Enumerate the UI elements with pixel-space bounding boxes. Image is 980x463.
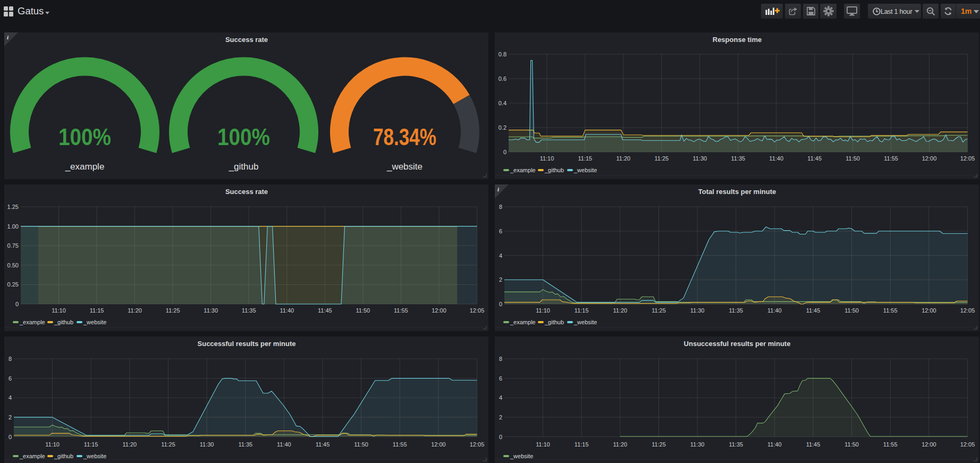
svg-text:11:55: 11:55	[883, 441, 898, 448]
svg-text:100%: 100%	[58, 124, 111, 150]
svg-text:6: 6	[9, 375, 12, 382]
svg-text:78.34%: 78.34%	[373, 124, 436, 150]
svg-text:11:50: 11:50	[844, 307, 859, 314]
svg-text:4: 4	[9, 394, 12, 401]
svg-text:12:05: 12:05	[960, 441, 975, 448]
svg-text:11:40: 11:40	[277, 441, 291, 448]
svg-text:0: 0	[15, 301, 19, 307]
svg-text:11:15: 11:15	[90, 307, 104, 314]
svg-text:Total results per minute: Total results per minute	[698, 188, 776, 196]
svg-text:Successful results per minute: Successful results per minute	[198, 340, 296, 348]
svg-text:0: 0	[503, 149, 506, 155]
svg-text:12:05: 12:05	[960, 155, 975, 162]
svg-text:11:50: 11:50	[356, 307, 370, 314]
svg-text:2: 2	[499, 276, 502, 283]
svg-text:11:40: 11:40	[280, 307, 294, 314]
svg-text:11:15: 11:15	[575, 307, 589, 314]
svg-text:11:35: 11:35	[729, 307, 743, 314]
svg-text:_github: _github	[544, 319, 564, 325]
svg-text:4: 4	[499, 252, 502, 259]
svg-text:_github: _github	[229, 162, 259, 172]
svg-text:11:40: 11:40	[767, 441, 782, 448]
svg-text:1.25: 1.25	[7, 204, 19, 210]
svg-text:11:10: 11:10	[52, 307, 66, 314]
svg-text:11:50: 11:50	[846, 155, 860, 162]
svg-text:_github: _github	[54, 319, 73, 325]
svg-text:_website: _website	[83, 319, 106, 325]
svg-text:6: 6	[499, 228, 502, 234]
svg-text:11:15: 11:15	[575, 441, 589, 448]
svg-text:11:35: 11:35	[731, 155, 745, 162]
svg-text:11:45: 11:45	[318, 307, 332, 314]
svg-text:_website: _website	[83, 453, 106, 459]
svg-text:8: 8	[499, 356, 502, 362]
svg-text:12:05: 12:05	[470, 441, 485, 448]
svg-text:1.00: 1.00	[7, 223, 19, 230]
svg-text:0.25: 0.25	[7, 281, 19, 288]
svg-text:6: 6	[499, 375, 502, 382]
svg-text:12:00: 12:00	[922, 307, 936, 314]
svg-text:11:25: 11:25	[161, 441, 175, 448]
svg-text:11:15: 11:15	[84, 441, 98, 448]
svg-text:11:20: 11:20	[613, 441, 628, 448]
svg-text:_example: _example	[19, 453, 45, 459]
svg-text:11:10: 11:10	[45, 441, 60, 448]
svg-text:_website: _website	[386, 162, 423, 172]
svg-text:4: 4	[499, 394, 502, 401]
svg-text:2: 2	[9, 414, 12, 420]
svg-text:Response time: Response time	[713, 36, 762, 44]
svg-text:11:30: 11:30	[690, 441, 705, 448]
svg-text:12:00: 12:00	[431, 441, 446, 448]
svg-text:11:10: 11:10	[540, 155, 554, 162]
svg-text:12:05: 12:05	[470, 307, 485, 314]
svg-text:11:55: 11:55	[883, 307, 898, 314]
svg-text:_github: _github	[544, 167, 564, 173]
svg-text:11:55: 11:55	[394, 307, 408, 314]
svg-text:12:00: 12:00	[922, 441, 936, 448]
svg-text:0.4: 0.4	[499, 100, 506, 106]
svg-text:2: 2	[499, 414, 502, 420]
svg-text:11:10: 11:10	[536, 307, 550, 314]
svg-text:12:05: 12:05	[960, 307, 975, 314]
svg-text:0: 0	[499, 434, 502, 440]
svg-text:11:50: 11:50	[844, 441, 859, 448]
svg-text:11:35: 11:35	[238, 441, 252, 448]
svg-text:8: 8	[9, 356, 12, 362]
svg-text:11:45: 11:45	[316, 441, 330, 448]
svg-text:0.75: 0.75	[7, 242, 19, 249]
svg-text:8: 8	[499, 204, 502, 210]
svg-text:_example: _example	[65, 162, 105, 172]
svg-text:0: 0	[499, 301, 502, 307]
svg-text:12:00: 12:00	[922, 155, 937, 162]
svg-text:11:25: 11:25	[654, 155, 669, 162]
svg-text:11:30: 11:30	[200, 441, 214, 448]
svg-text:_website: _website	[573, 167, 597, 173]
svg-text:11:20: 11:20	[616, 155, 631, 162]
svg-text:11:20: 11:20	[613, 307, 628, 314]
svg-text:11:20: 11:20	[123, 441, 137, 448]
svg-text:_example: _example	[510, 319, 536, 325]
svg-text:11:25: 11:25	[652, 307, 666, 314]
svg-text:11:20: 11:20	[128, 307, 142, 314]
svg-text:100%: 100%	[217, 124, 270, 150]
svg-text:12:00: 12:00	[432, 307, 446, 314]
svg-text:11:55: 11:55	[884, 155, 898, 162]
svg-text:11:40: 11:40	[767, 307, 782, 314]
svg-text:_website: _website	[573, 319, 597, 325]
svg-text:11:15: 11:15	[578, 155, 593, 162]
svg-text:11:25: 11:25	[166, 307, 180, 314]
svg-text:11:55: 11:55	[393, 441, 407, 448]
svg-text:Success rate: Success rate	[225, 188, 268, 196]
svg-text:_website: _website	[510, 453, 533, 459]
svg-text:11:45: 11:45	[806, 441, 821, 448]
svg-text:11:50: 11:50	[354, 441, 368, 448]
svg-text:11:25: 11:25	[652, 441, 666, 448]
svg-text:11:45: 11:45	[807, 155, 822, 162]
svg-text:11:30: 11:30	[692, 155, 707, 162]
svg-text:11:45: 11:45	[806, 307, 821, 314]
svg-text:0.2: 0.2	[499, 124, 506, 131]
svg-text:Success rate: Success rate	[225, 36, 268, 44]
svg-text:0.6: 0.6	[499, 75, 506, 82]
svg-text:_example: _example	[510, 167, 536, 173]
svg-text:Unsuccessful results per minut: Unsuccessful results per minute	[684, 340, 791, 348]
